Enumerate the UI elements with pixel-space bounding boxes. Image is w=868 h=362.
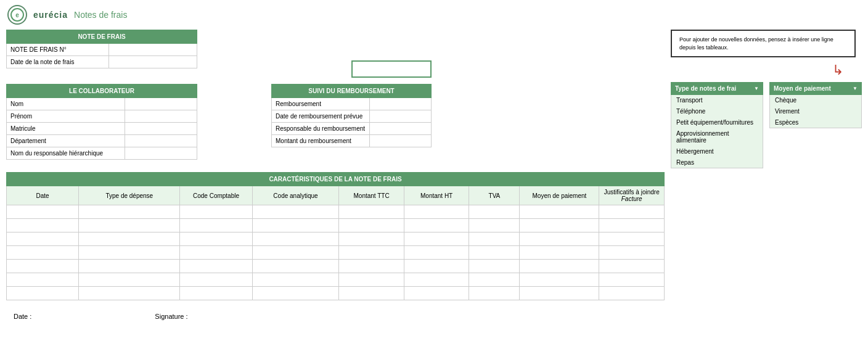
col-date: Date bbox=[7, 186, 79, 205]
logo-text: eurécia bbox=[33, 10, 68, 20]
suivi-table: SUIVI DU REMBOURSEMENT Remboursement Dat… bbox=[271, 84, 432, 147]
collaborateur-section: LE COLLABORATEUR Nom Prénom Matricule bbox=[6, 84, 197, 166]
table-row: Nom bbox=[7, 98, 197, 110]
table-row bbox=[7, 246, 665, 260]
departement-value[interactable] bbox=[125, 135, 197, 147]
type-notes-label: Type de notes de frai bbox=[675, 85, 736, 92]
table-row: NOTE DE FRAIS N° bbox=[7, 44, 197, 56]
caracteristiques-table: CARACTÉRISTIQUES DE LA NOTE DE FRAIS Dat… bbox=[6, 172, 665, 300]
date-note-label: Date de la note de frais bbox=[7, 56, 109, 68]
svg-text:e: e bbox=[15, 12, 19, 19]
moyen-paiement-list: Chèque Virement Espèces bbox=[769, 95, 862, 128]
col-code-comptable: Code Comptable bbox=[180, 186, 252, 205]
montant-remb-label: Montant du remboursement bbox=[272, 135, 370, 147]
list-item[interactable]: Approvisionnement alimentaire bbox=[671, 128, 763, 146]
col-code-analytique: Code analytique bbox=[252, 186, 339, 205]
sidebar-column: Pour ajouter de nouvelles données, pense… bbox=[671, 30, 862, 326]
note-de-frais-section: NOTE DE FRAIS NOTE DE FRAIS N° Date de l… bbox=[6, 30, 197, 75]
responsable-remb-value[interactable] bbox=[369, 123, 431, 135]
table-row: Date de remboursement prévue bbox=[272, 110, 432, 123]
table-row: Matricule bbox=[7, 123, 197, 135]
moyen-paiement-dropdown: Moyen de paiement ▼ Chèque Virement Espè… bbox=[769, 82, 862, 168]
app-header: e eurécia Notes de frais bbox=[0, 0, 868, 30]
col-tva: TVA bbox=[469, 186, 520, 205]
type-notes-list: Transport Téléphone Petit équipement/fou… bbox=[671, 95, 763, 168]
collaborateur-title: LE COLLABORATEUR bbox=[7, 84, 197, 98]
note-de-frais-table: NOTE DE FRAIS NOTE DE FRAIS N° Date de l… bbox=[6, 30, 197, 68]
arrow-indicator: ↳ bbox=[671, 62, 862, 78]
app-title-prefix: Notes de bbox=[74, 10, 111, 20]
table-row bbox=[7, 273, 665, 287]
type-notes-dropdown: Type de notes de frai ▼ Transport Téléph… bbox=[671, 82, 763, 168]
prenom-label: Prénom bbox=[7, 110, 125, 123]
date-label: Date : bbox=[14, 313, 31, 320]
montant-remb-value[interactable] bbox=[369, 135, 431, 147]
table-row: Montant du remboursement bbox=[272, 135, 432, 147]
note-num-label: NOTE DE FRAIS N° bbox=[7, 44, 109, 56]
moyen-paiement-label: Moyen de paiement bbox=[774, 85, 831, 92]
list-item[interactable]: Petit équipement/fournitures bbox=[671, 117, 763, 128]
responsable-remb-label: Responsable du remboursement bbox=[272, 123, 370, 135]
forms-column: NOTE DE FRAIS NOTE DE FRAIS N° Date de l… bbox=[6, 30, 665, 326]
signature-label: Signature : bbox=[155, 313, 187, 320]
table-row: Prénom bbox=[7, 110, 197, 123]
caracteristiques-title: CARACTÉRISTIQUES DE LA NOTE DE FRAIS bbox=[7, 173, 665, 186]
list-item[interactable]: Transport bbox=[671, 95, 763, 106]
col-montant-ttc: Montant TTC bbox=[339, 186, 404, 205]
type-notes-arrow-icon: ▼ bbox=[754, 86, 759, 91]
table-row: Département bbox=[7, 135, 197, 147]
list-item[interactable]: Virement bbox=[770, 106, 861, 117]
moyen-paiement-header[interactable]: Moyen de paiement ▼ bbox=[769, 82, 862, 95]
date-remb-label: Date de remboursement prévue bbox=[272, 110, 370, 123]
col-type-depense: Type de dépense bbox=[79, 186, 180, 205]
table-row: Date de la note de frais bbox=[7, 56, 197, 68]
col-moyen-paiement: Moyen de paiement bbox=[520, 186, 599, 205]
date-remb-value[interactable] bbox=[369, 110, 431, 123]
bottom-section: Date : Signature : bbox=[6, 306, 665, 326]
col-justificatifs-sub: Facture bbox=[621, 195, 642, 202]
table-row bbox=[7, 260, 665, 273]
note-de-frais-title: NOTE DE FRAIS bbox=[7, 30, 197, 44]
list-item[interactable]: Chèque bbox=[770, 95, 861, 106]
col-justificatifs-main: Justificatifs à joindre bbox=[604, 189, 660, 195]
info-box: Pour ajouter de nouvelles données, pense… bbox=[671, 30, 856, 57]
list-item[interactable]: Repas bbox=[671, 157, 763, 168]
list-item[interactable]: Espèces bbox=[770, 117, 861, 128]
suivi-section: SUIVI DU REMBOURSEMENT Remboursement Dat… bbox=[271, 84, 432, 154]
nom-value[interactable] bbox=[125, 98, 197, 110]
list-item[interactable]: Téléphone bbox=[671, 106, 763, 117]
matricule-value[interactable] bbox=[125, 123, 197, 135]
table-row bbox=[7, 232, 665, 246]
note-input-area bbox=[351, 30, 432, 78]
type-notes-header[interactable]: Type de notes de frai ▼ bbox=[671, 82, 763, 95]
nom-label: Nom bbox=[7, 98, 125, 110]
caracteristiques-section: CARACTÉRISTIQUES DE LA NOTE DE FRAIS Dat… bbox=[6, 172, 665, 300]
responsable-value[interactable] bbox=[125, 147, 197, 160]
table-row: Remboursement bbox=[272, 98, 432, 110]
col-montant-ht: Montant HT bbox=[404, 186, 469, 205]
table-row bbox=[7, 287, 665, 300]
list-item[interactable]: Hébergement bbox=[671, 146, 763, 157]
table-row: Nom du responsable hiérarchique bbox=[7, 147, 197, 160]
matricule-label: Matricule bbox=[7, 123, 125, 135]
responsable-label: Nom du responsable hiérarchique bbox=[7, 147, 125, 160]
table-row: Responsable du remboursement bbox=[272, 123, 432, 135]
departement-label: Département bbox=[7, 135, 125, 147]
suivi-title: SUIVI DU REMBOURSEMENT bbox=[272, 84, 432, 98]
remboursement-label: Remboursement bbox=[272, 98, 370, 110]
prenom-value[interactable] bbox=[125, 110, 197, 123]
table-row bbox=[7, 205, 665, 219]
collaborateur-table: LE COLLABORATEUR Nom Prénom Matricule bbox=[6, 84, 197, 160]
table-row bbox=[7, 219, 665, 232]
remboursement-value[interactable] bbox=[369, 98, 431, 110]
date-note-value[interactable] bbox=[109, 56, 197, 68]
app-title: Notes de frais bbox=[74, 10, 127, 20]
logo-icon: e bbox=[7, 5, 27, 25]
app-title-accent: frais bbox=[111, 10, 127, 20]
dropdowns-section: Type de notes de frai ▼ Transport Téléph… bbox=[671, 82, 862, 168]
note-number-input[interactable] bbox=[351, 60, 432, 78]
note-num-value[interactable] bbox=[109, 44, 197, 56]
info-box-text: Pour ajouter de nouvelles données, pense… bbox=[679, 36, 833, 51]
col-justificatifs: Justificatifs à joindre Facture bbox=[599, 186, 665, 205]
moyen-paiement-arrow-icon: ▼ bbox=[853, 86, 858, 91]
